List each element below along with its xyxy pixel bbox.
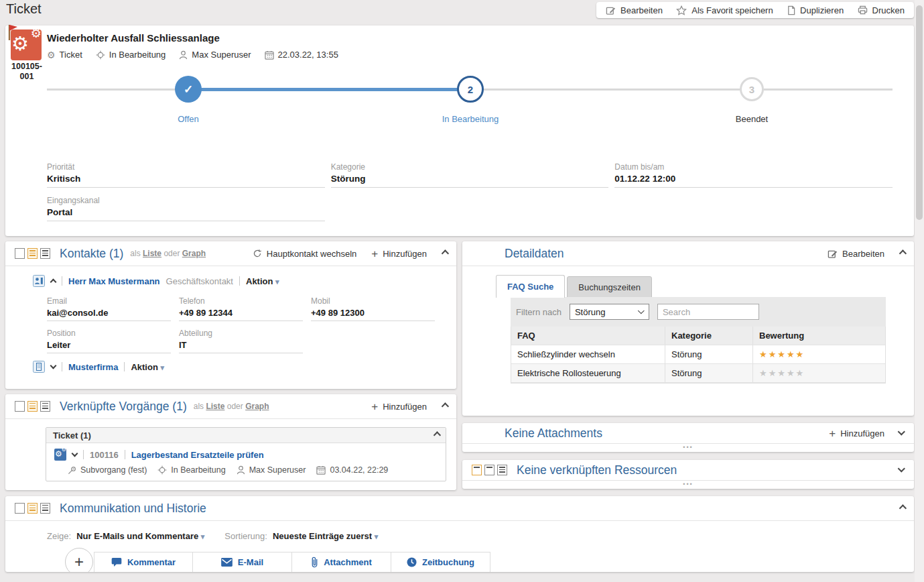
contact-name-link[interactable]: Herr Max Mustermann: [68, 276, 160, 286]
vorgaenge-title: Verknüpfte Vorgänge (1): [60, 400, 187, 414]
company-name-link[interactable]: Musterfirma: [68, 362, 118, 372]
ticket-meta-row: ⚙ Ticket In Bearbeitung Max Superuser 22…: [47, 50, 338, 60]
contact-badge-icon: [33, 275, 45, 287]
ticket-group-box: Ticket (1) ⚙ ⚙ 100116 Lagerbestand Ersat…: [46, 427, 446, 481]
plus-icon: +: [829, 428, 836, 439]
vorgaenge-add-label: Hinzufügen: [383, 402, 427, 412]
faq-table-row[interactable]: Schließzylinder wechseln Störung ★★★★★: [511, 345, 885, 364]
attachments-expand-icon[interactable]: [898, 428, 905, 435]
favorite-button[interactable]: Als Favorit speichern: [676, 5, 773, 15]
field-label: Datum bis/am: [614, 162, 893, 172]
vorgaenge-add-button[interactable]: + Hinzufügen: [371, 401, 427, 412]
ticket-title: Wiederholter Ausfall Schliessanlage: [47, 32, 220, 44]
vorgaenge-view-switch: als Liste oder Graph: [194, 402, 269, 411]
layout-switch-icons: [15, 503, 50, 514]
attachment-button[interactable]: Attachment: [292, 552, 391, 572]
layout-list-view-icon[interactable]: [40, 401, 50, 412]
kontakte-collapse-icon[interactable]: [442, 249, 449, 257]
ressourcen-resize-handle[interactable]: •••: [462, 481, 914, 488]
attachments-resize-handle[interactable]: •••: [462, 444, 914, 451]
layout-card-view-icon[interactable]: [15, 401, 25, 412]
layout-list-view-icon[interactable]: [40, 248, 50, 259]
print-button[interactable]: Drucken: [858, 5, 905, 15]
faq-table-header: FAQ Kategorie Bewertung: [511, 327, 885, 345]
faq-search-input[interactable]: [657, 304, 759, 320]
gear-icon: ⚙: [31, 27, 42, 40]
edit-button[interactable]: Bearbeiten: [606, 5, 663, 15]
company-row: Musterfirma Aktion ▾: [33, 361, 164, 373]
gear-icon: ⚙: [62, 447, 66, 453]
contact-collapse-icon[interactable]: [50, 279, 57, 286]
field-eingangskanal: Eingangskanal Portal: [47, 196, 325, 221]
duplicate-button[interactable]: Duplizieren: [787, 5, 844, 15]
scrollbar-thumb[interactable]: [916, 5, 923, 220]
field-abteilung: Abteilung IT: [179, 329, 303, 353]
kontakte-add-label: Hinzufügen: [383, 249, 427, 259]
status-meta: In Bearbeitung: [157, 465, 225, 475]
person-icon: [179, 50, 188, 60]
layout-compact-view-icon[interactable]: [27, 503, 38, 514]
layout-card-view-icon[interactable]: [15, 503, 25, 514]
detaildaten-actions: Bearbeiten: [828, 249, 905, 259]
graph-link[interactable]: Graph: [182, 249, 206, 258]
field-mobil: Mobil +49 89 12300: [311, 296, 435, 321]
tab-faq-suche[interactable]: FAQ Suche: [496, 275, 565, 298]
layout-card-view-icon[interactable]: [472, 465, 482, 475]
add-entry-button[interactable]: +: [65, 548, 93, 572]
ticket-group-title: Ticket (1): [53, 430, 91, 441]
attachments-add-button[interactable]: + Hinzufügen: [829, 428, 884, 439]
col-faq: FAQ: [511, 327, 665, 345]
layout-list-view-icon[interactable]: [40, 503, 50, 514]
attachments-add-label: Hinzufügen: [840, 428, 884, 439]
caret-down-icon: ▾: [275, 278, 279, 286]
company-building-icon: [33, 361, 45, 373]
flag-icon: [6, 23, 19, 42]
switch-main-contact-button[interactable]: Hauptkontakt wechseln: [253, 249, 356, 259]
vorgaenge-collapse-icon[interactable]: [442, 402, 449, 410]
graph-link[interactable]: Graph: [245, 402, 269, 411]
zeige-dropdown[interactable]: Nur E-Mails und Kommentare ▾: [76, 531, 204, 541]
email-label: E-Mail: [238, 557, 263, 567]
als-text: als: [194, 402, 204, 411]
layout-compact-view-icon[interactable]: [484, 465, 494, 475]
zeitbuchung-button[interactable]: Zeitbuchung: [391, 552, 490, 572]
layout-compact-view-icon[interactable]: [27, 248, 38, 259]
filter-select[interactable]: Störung: [570, 304, 649, 320]
layout-list-view-icon[interactable]: [497, 465, 507, 475]
more-dots-icon: •••: [683, 445, 693, 451]
rating-stars: ★★★★★: [753, 345, 886, 363]
ticket-group-collapse-icon[interactable]: [434, 431, 441, 439]
faq-table-row[interactable]: Elektrische Rollosteuerung Störung ★★★★★: [511, 364, 885, 383]
divider: [62, 276, 62, 286]
comment-bubble-icon: [111, 557, 122, 567]
kommunikation-collapse-icon[interactable]: [899, 504, 907, 512]
ressourcen-expand-icon[interactable]: [898, 465, 905, 472]
layout-switch-icons: [472, 465, 507, 475]
tab-buchungszeiten[interactable]: Buchungszeiten: [567, 276, 652, 298]
company-action-menu[interactable]: Aktion ▾: [131, 362, 164, 372]
liste-link[interactable]: Liste: [206, 402, 224, 411]
plus-icon: +: [74, 552, 84, 571]
kommentar-label: Kommentar: [127, 557, 176, 567]
company-expand-icon[interactable]: [50, 363, 57, 369]
contact-action-menu[interactable]: Aktion ▾: [246, 276, 279, 286]
detaildaten-collapse-icon[interactable]: [899, 249, 907, 257]
kommentar-button[interactable]: Kommentar: [94, 552, 193, 572]
page-title: Ticket: [6, 1, 42, 17]
layout-compact-view-icon[interactable]: [27, 401, 38, 412]
sortierung-dropdown[interactable]: Neueste Einträge zuerst ▾: [273, 531, 378, 541]
linked-ticket-expand-icon[interactable]: [72, 451, 78, 457]
faq-cell: Elektrische Rollosteuerung: [511, 364, 665, 382]
linked-ticket-id[interactable]: 100116: [90, 450, 119, 460]
linked-ticket-title-link[interactable]: Lagerbestand Ersatzteile prüfen: [131, 450, 264, 460]
kategorie-cell: Störung: [665, 364, 753, 382]
attachments-title: Keine Attachments: [505, 426, 602, 441]
attachment-label: Attachment: [324, 557, 372, 567]
detaildaten-edit-button[interactable]: Bearbeiten: [828, 249, 884, 259]
liste-link[interactable]: Liste: [143, 249, 161, 258]
vertical-scrollbar: [915, 0, 924, 582]
layout-card-view-icon[interactable]: [15, 248, 25, 259]
kontakte-add-button[interactable]: + Hinzufügen: [371, 248, 427, 259]
filter-sort-row: Zeige: Nur E-Mails und Kommentare ▾ Sort…: [47, 531, 378, 541]
email-button[interactable]: E-Mail: [193, 552, 292, 572]
